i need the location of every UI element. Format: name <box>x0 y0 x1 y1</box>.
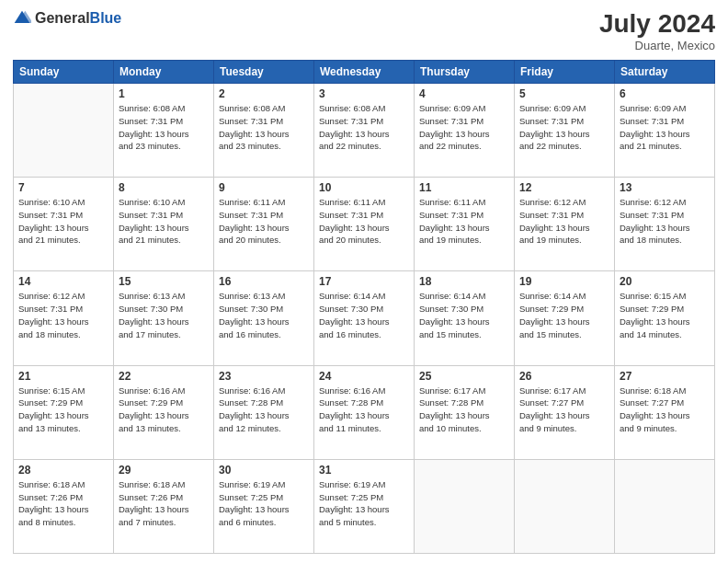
day-number: 16 <box>219 275 309 288</box>
day-cell: 25Sunrise: 6:17 AMSunset: 7:28 PMDayligh… <box>415 365 515 459</box>
day-cell: 6Sunrise: 6:09 AMSunset: 7:31 PMDaylight… <box>615 84 715 178</box>
day-number: 4 <box>419 87 509 100</box>
day-info: Sunrise: 6:11 AMSunset: 7:31 PMDaylight:… <box>419 196 509 247</box>
day-cell: 7Sunrise: 6:10 AMSunset: 7:31 PMDaylight… <box>14 178 114 271</box>
day-cell: 26Sunrise: 6:17 AMSunset: 7:27 PMDayligh… <box>515 365 615 459</box>
day-cell: 27Sunrise: 6:18 AMSunset: 7:27 PMDayligh… <box>615 365 715 459</box>
day-number: 30 <box>219 464 309 477</box>
day-info: Sunrise: 6:08 AMSunset: 7:31 PMDaylight:… <box>119 102 209 153</box>
day-info: Sunrise: 6:17 AMSunset: 7:28 PMDaylight:… <box>419 385 509 435</box>
day-cell: 11Sunrise: 6:11 AMSunset: 7:31 PMDayligh… <box>415 178 515 271</box>
day-info: Sunrise: 6:11 AMSunset: 7:31 PMDaylight:… <box>219 196 309 247</box>
day-cell: 12Sunrise: 6:12 AMSunset: 7:31 PMDayligh… <box>515 178 615 271</box>
day-info: Sunrise: 6:15 AMSunset: 7:29 PMDaylight:… <box>18 385 108 435</box>
day-cell: 14Sunrise: 6:12 AMSunset: 7:31 PMDayligh… <box>14 271 114 365</box>
day-cell: 9Sunrise: 6:11 AMSunset: 7:31 PMDaylight… <box>214 178 314 271</box>
day-cell: 16Sunrise: 6:13 AMSunset: 7:30 PMDayligh… <box>214 271 314 365</box>
day-number: 3 <box>319 87 409 100</box>
calendar-page: GeneralBlue July 2024 Duarte, Mexico Sun… <box>0 0 728 563</box>
day-cell: 4Sunrise: 6:09 AMSunset: 7:31 PMDaylight… <box>415 84 515 178</box>
day-cell <box>14 84 114 178</box>
day-header-saturday: Saturday <box>615 61 715 84</box>
day-info: Sunrise: 6:09 AMSunset: 7:31 PMDaylight:… <box>419 102 509 153</box>
day-cell: 22Sunrise: 6:16 AMSunset: 7:29 PMDayligh… <box>114 365 214 459</box>
day-info: Sunrise: 6:16 AMSunset: 7:28 PMDaylight:… <box>219 385 309 435</box>
day-cell: 15Sunrise: 6:13 AMSunset: 7:30 PMDayligh… <box>114 271 214 365</box>
day-number: 22 <box>119 370 209 383</box>
day-info: Sunrise: 6:17 AMSunset: 7:27 PMDaylight:… <box>519 385 609 435</box>
day-cell: 24Sunrise: 6:16 AMSunset: 7:28 PMDayligh… <box>314 365 415 459</box>
week-row-1: 1Sunrise: 6:08 AMSunset: 7:31 PMDaylight… <box>14 84 715 178</box>
day-cell: 19Sunrise: 6:14 AMSunset: 7:29 PMDayligh… <box>515 271 615 365</box>
day-info: Sunrise: 6:08 AMSunset: 7:31 PMDaylight:… <box>319 102 409 153</box>
day-info: Sunrise: 6:13 AMSunset: 7:30 PMDaylight:… <box>119 290 209 340</box>
day-number: 6 <box>620 87 710 100</box>
day-number: 18 <box>419 275 509 288</box>
day-number: 24 <box>319 370 409 383</box>
day-info: Sunrise: 6:18 AMSunset: 7:26 PMDaylight:… <box>119 478 209 529</box>
title-block: July 2024 Duarte, Mexico <box>599 9 715 52</box>
day-info: Sunrise: 6:18 AMSunset: 7:26 PMDaylight:… <box>18 478 108 529</box>
day-number: 26 <box>519 370 609 383</box>
day-cell: 1Sunrise: 6:08 AMSunset: 7:31 PMDaylight… <box>114 84 214 178</box>
week-row-4: 21Sunrise: 6:15 AMSunset: 7:29 PMDayligh… <box>14 365 715 459</box>
location: Duarte, Mexico <box>599 39 715 52</box>
week-row-3: 14Sunrise: 6:12 AMSunset: 7:31 PMDayligh… <box>14 271 715 365</box>
day-cell: 10Sunrise: 6:11 AMSunset: 7:31 PMDayligh… <box>314 178 415 271</box>
day-number: 7 <box>18 181 108 194</box>
day-cell: 29Sunrise: 6:18 AMSunset: 7:26 PMDayligh… <box>114 459 214 553</box>
day-header-sunday: Sunday <box>14 61 114 84</box>
day-cell: 20Sunrise: 6:15 AMSunset: 7:29 PMDayligh… <box>615 271 715 365</box>
day-info: Sunrise: 6:14 AMSunset: 7:30 PMDaylight:… <box>419 290 509 340</box>
logo: GeneralBlue <box>13 9 121 28</box>
day-cell: 31Sunrise: 6:19 AMSunset: 7:25 PMDayligh… <box>314 459 415 553</box>
day-info: Sunrise: 6:11 AMSunset: 7:31 PMDaylight:… <box>319 196 409 247</box>
day-number: 20 <box>620 275 710 288</box>
calendar-table: SundayMondayTuesdayWednesdayThursdayFrid… <box>13 60 715 554</box>
week-row-2: 7Sunrise: 6:10 AMSunset: 7:31 PMDaylight… <box>14 178 715 271</box>
day-info: Sunrise: 6:12 AMSunset: 7:31 PMDaylight:… <box>18 290 108 340</box>
day-number: 10 <box>319 181 409 194</box>
day-number: 12 <box>519 181 609 194</box>
day-number: 13 <box>620 181 710 194</box>
day-info: Sunrise: 6:09 AMSunset: 7:31 PMDaylight:… <box>620 102 710 153</box>
day-number: 2 <box>219 87 309 100</box>
calendar-header-row: SundayMondayTuesdayWednesdayThursdayFrid… <box>14 61 715 84</box>
day-number: 21 <box>18 370 108 383</box>
day-cell: 30Sunrise: 6:19 AMSunset: 7:25 PMDayligh… <box>214 459 314 553</box>
day-cell <box>415 459 515 553</box>
day-info: Sunrise: 6:10 AMSunset: 7:31 PMDaylight:… <box>18 196 108 247</box>
day-info: Sunrise: 6:16 AMSunset: 7:29 PMDaylight:… <box>119 385 209 435</box>
month-year: July 2024 <box>599 9 715 39</box>
day-number: 28 <box>18 464 108 477</box>
day-number: 29 <box>119 464 209 477</box>
logo-text: GeneralBlue <box>35 10 121 27</box>
day-number: 9 <box>219 181 309 194</box>
logo-general: General <box>35 10 90 26</box>
day-cell: 18Sunrise: 6:14 AMSunset: 7:30 PMDayligh… <box>415 271 515 365</box>
day-cell: 5Sunrise: 6:09 AMSunset: 7:31 PMDaylight… <box>515 84 615 178</box>
day-cell: 2Sunrise: 6:08 AMSunset: 7:31 PMDaylight… <box>214 84 314 178</box>
day-number: 23 <box>219 370 309 383</box>
day-header-wednesday: Wednesday <box>314 61 415 84</box>
day-number: 19 <box>519 275 609 288</box>
logo-icon <box>13 9 31 28</box>
day-cell: 8Sunrise: 6:10 AMSunset: 7:31 PMDaylight… <box>114 178 214 271</box>
day-info: Sunrise: 6:12 AMSunset: 7:31 PMDaylight:… <box>519 196 609 247</box>
day-info: Sunrise: 6:19 AMSunset: 7:25 PMDaylight:… <box>319 478 409 529</box>
day-cell: 28Sunrise: 6:18 AMSunset: 7:26 PMDayligh… <box>14 459 114 553</box>
day-info: Sunrise: 6:14 AMSunset: 7:29 PMDaylight:… <box>519 290 609 340</box>
day-info: Sunrise: 6:08 AMSunset: 7:31 PMDaylight:… <box>219 102 309 153</box>
day-number: 31 <box>319 464 409 477</box>
day-number: 14 <box>18 275 108 288</box>
day-number: 17 <box>319 275 409 288</box>
header: GeneralBlue July 2024 Duarte, Mexico <box>13 9 715 52</box>
day-number: 27 <box>620 370 710 383</box>
day-info: Sunrise: 6:15 AMSunset: 7:29 PMDaylight:… <box>620 290 710 340</box>
week-row-5: 28Sunrise: 6:18 AMSunset: 7:26 PMDayligh… <box>14 459 715 553</box>
day-info: Sunrise: 6:19 AMSunset: 7:25 PMDaylight:… <box>219 478 309 529</box>
day-number: 5 <box>519 87 609 100</box>
day-number: 11 <box>419 181 509 194</box>
day-info: Sunrise: 6:12 AMSunset: 7:31 PMDaylight:… <box>620 196 710 247</box>
day-number: 1 <box>119 87 209 100</box>
